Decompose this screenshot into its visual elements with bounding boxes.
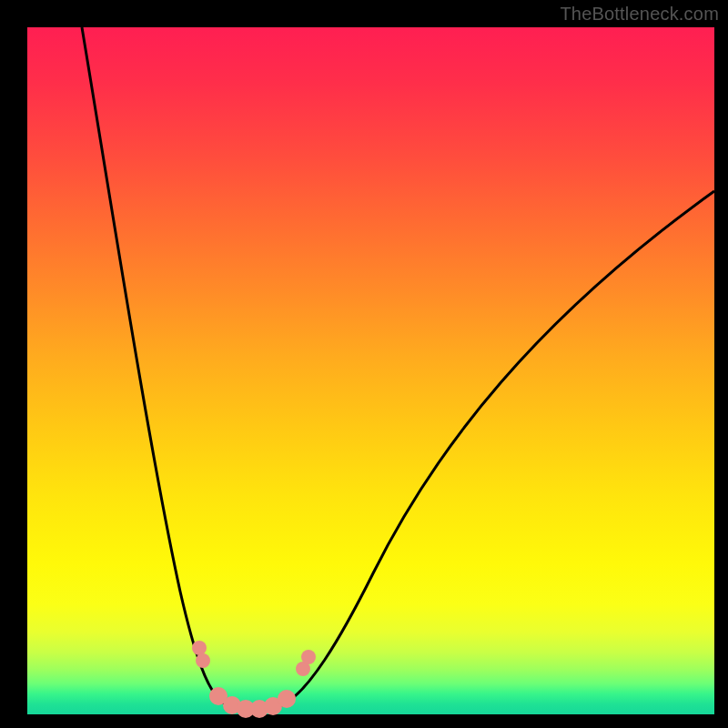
- curve-svg: [27, 27, 714, 714]
- marker-dot: [278, 690, 296, 708]
- markers-group: [192, 641, 316, 718]
- watermark-text: TheBottleneck.com: [560, 4, 719, 25]
- marker-dot: [196, 653, 210, 668]
- marker-dot: [301, 650, 316, 664]
- curve-left-arm: [82, 27, 255, 711]
- marker-dot: [192, 641, 207, 655]
- plot-area: [27, 27, 714, 714]
- curve-right-arm: [255, 191, 714, 711]
- chart-stage: TheBottleneck.com: [0, 0, 728, 728]
